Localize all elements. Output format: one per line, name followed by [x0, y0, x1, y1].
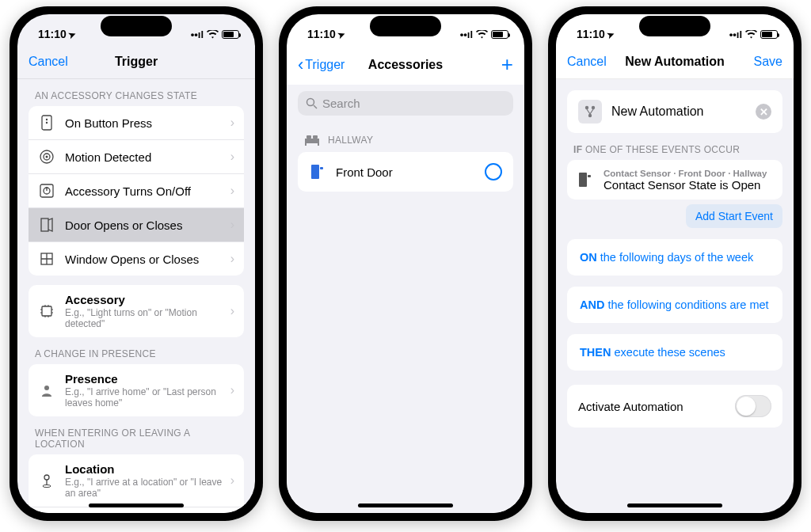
chevron-right-icon: ›: [230, 304, 234, 318]
status-time: 11:10: [307, 28, 345, 40]
svg-point-25: [43, 484, 51, 487]
door-sensor-icon: [309, 163, 326, 180]
room-header: Hallway: [287, 119, 524, 152]
chevron-right-icon: ›: [230, 252, 234, 266]
home-indicator[interactable]: [89, 504, 184, 507]
battery-icon: [222, 30, 239, 39]
automation-name: New Automation: [611, 104, 756, 119]
dynamic-island: [370, 16, 441, 36]
section-header-presence: A Change in Presence: [17, 337, 255, 364]
svg-point-22: [44, 386, 49, 390]
svg-rect-40: [579, 173, 587, 187]
back-button[interactable]: ‹ Trigger: [298, 55, 347, 75]
and-conditions-card[interactable]: AND the following conditions are met: [567, 287, 782, 323]
accessory-front-door[interactable]: Front Door: [298, 152, 513, 192]
svg-point-38: [592, 106, 595, 109]
section-header-location: When Entering or leaving a location: [17, 416, 255, 454]
automation-icon: [578, 100, 602, 124]
accessory-card[interactable]: Accessory E.g., "Light turns on" or "Mot…: [29, 285, 244, 337]
add-start-event-button[interactable]: Add Start Event: [686, 204, 782, 228]
svg-rect-41: [588, 175, 591, 177]
motion-icon: [38, 148, 55, 165]
svg-point-2: [46, 122, 48, 124]
svg-rect-30: [305, 139, 319, 143]
row-location[interactable]: Location E.g., "I arrive at a location" …: [29, 454, 244, 507]
state-triggers-card: On Button Press › Motion Detected › Acce…: [29, 106, 244, 276]
door-icon: [38, 216, 55, 234]
activate-row: Activate Automation: [567, 385, 782, 428]
wifi-icon: [745, 30, 757, 39]
phone-accessories: 11:10 ••ıl ‹ Trigger Accessories + Sea: [279, 6, 532, 521]
svg-rect-34: [313, 135, 318, 139]
home-indicator[interactable]: [627, 504, 722, 507]
wifi-icon: [207, 30, 219, 39]
home-indicator[interactable]: [358, 504, 453, 507]
svg-rect-13: [42, 306, 51, 316]
svg-point-5: [46, 156, 48, 158]
nav-title: New Automation: [616, 55, 733, 69]
phone-trigger: 11:10 ••ıl Cancel Trigger An Accessory C…: [10, 6, 263, 521]
nav-title: Trigger: [78, 55, 195, 69]
battery-icon: [760, 30, 778, 39]
signal-icon: ••ıl: [191, 28, 204, 40]
cancel-button[interactable]: Cancel: [567, 55, 607, 69]
svg-line-29: [314, 105, 317, 108]
cancel-button[interactable]: Cancel: [29, 55, 68, 69]
room-icon: [304, 135, 320, 146]
automation-name-row[interactable]: New Automation ✕: [567, 90, 782, 133]
svg-rect-33: [307, 135, 311, 139]
wifi-icon: [476, 30, 488, 39]
clear-name-button[interactable]: ✕: [756, 104, 771, 120]
person-icon: [38, 382, 55, 399]
phone-new-automation: 11:10 ••ıl Cancel New Automation Save Ne…: [548, 6, 801, 521]
nav-title: Accessories: [347, 58, 464, 72]
pin-icon: [38, 472, 55, 489]
row-window-opens[interactable]: Window Opens or Closes ›: [29, 241, 244, 276]
navigation-bar: Cancel Trigger: [17, 48, 255, 79]
svg-rect-36: [320, 167, 323, 169]
section-if: IF one of these events occur: [556, 133, 794, 160]
svg-point-23: [44, 475, 49, 480]
navigation-bar: ‹ Trigger Accessories +: [287, 48, 524, 85]
status-time: 11:10: [38, 28, 76, 40]
add-button[interactable]: +: [501, 52, 513, 77]
row-accessory-on-off[interactable]: Accessory Turns On/Off ›: [29, 173, 244, 207]
svg-point-37: [585, 106, 588, 109]
on-days-card[interactable]: ON the following days of the week: [567, 239, 782, 276]
door-sensor-icon: [577, 171, 594, 188]
section-header-state: An Accessory Changes State: [17, 79, 255, 106]
activate-toggle[interactable]: [735, 395, 771, 417]
chevron-right-icon: ›: [230, 218, 234, 232]
row-ibeacon[interactable]: iBeacon E.g., "I get close to a Bluetoot…: [29, 507, 244, 513]
svg-rect-35: [311, 165, 319, 179]
svg-point-1: [46, 119, 48, 120]
row-door-opens[interactable]: Door Opens or Closes ›: [29, 207, 244, 241]
row-motion-detected[interactable]: Motion Detected ›: [29, 139, 244, 173]
svg-point-39: [588, 114, 592, 117]
remote-icon: [38, 114, 55, 131]
dynamic-island: [101, 16, 172, 36]
then-scenes-card[interactable]: THEN execute these scenes: [567, 334, 782, 370]
search-icon: [306, 97, 318, 109]
status-time: 11:10: [577, 28, 615, 40]
navigation-bar: Cancel New Automation Save: [556, 48, 794, 79]
chevron-right-icon: ›: [230, 383, 234, 397]
svg-rect-32: [318, 143, 319, 146]
radio-unselected[interactable]: [485, 163, 502, 180]
window-icon: [38, 250, 55, 268]
event-card[interactable]: Contact Sensor · Front Door · Hallway Co…: [567, 160, 782, 200]
chevron-right-icon: ›: [230, 184, 234, 198]
chevron-right-icon: ›: [230, 473, 234, 488]
accessory-list: Front Door: [298, 152, 513, 192]
save-button[interactable]: Save: [754, 55, 782, 69]
svg-rect-9: [41, 218, 48, 231]
presence-card[interactable]: Presence E.g., "I arrive home" or "Last …: [29, 364, 244, 416]
battery-icon: [491, 30, 508, 39]
chevron-right-icon: ›: [230, 116, 234, 130]
chevron-right-icon: ›: [230, 150, 234, 164]
dynamic-island: [639, 16, 710, 36]
search-input[interactable]: Search: [298, 91, 513, 116]
row-button-press[interactable]: On Button Press ›: [29, 106, 244, 139]
power-icon: [38, 182, 55, 200]
svg-rect-31: [305, 143, 307, 146]
